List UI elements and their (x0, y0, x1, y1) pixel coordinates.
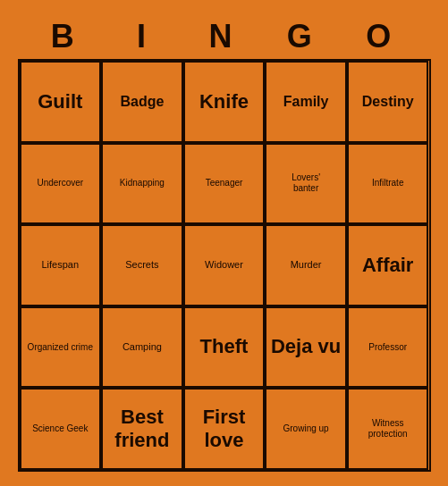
cell-17: Theft (183, 306, 266, 389)
cell-9: Infiltrate (347, 143, 429, 225)
cell-2: Knife (183, 61, 266, 143)
cell-24: Witness protection (347, 388, 429, 470)
cell-12: Widower (183, 224, 266, 306)
cell-15: Organized crime (20, 306, 102, 389)
header-i: I (109, 18, 181, 55)
cell-13: Murder (265, 224, 347, 306)
cell-22: First love (183, 388, 266, 470)
cell-0: Guilt (20, 61, 102, 143)
cell-16: Camping (101, 306, 183, 389)
cell-6: Kidnapping (101, 143, 183, 225)
header-n: N (188, 18, 259, 55)
cell-18: Deja vu (265, 306, 347, 389)
cell-21: Best friend (101, 388, 183, 470)
cell-20: Science Geek (20, 388, 102, 470)
cell-4: Destiny (347, 61, 429, 143)
cell-5: Undercover (20, 143, 102, 225)
cell-7: Teenager (183, 143, 266, 225)
cell-8: Lovers' banter (265, 143, 347, 225)
cell-23: Growing up (265, 388, 347, 470)
cell-3: Family (265, 61, 347, 143)
bingo-card: B I N G O Guilt Badge Knife Family Desti… (14, 11, 435, 475)
bingo-grid: Guilt Badge Knife Family Destiny Underco… (18, 59, 431, 472)
cell-10: Lifespan (20, 224, 102, 306)
cell-19: Professor (347, 306, 429, 389)
header-g: G (267, 18, 339, 55)
cell-1: Badge (101, 61, 183, 143)
cell-14: Affair (347, 224, 429, 306)
bingo-header: B I N G O (18, 14, 431, 59)
header-o: O (346, 18, 418, 55)
cell-11: Secrets (101, 224, 183, 306)
header-b: B (30, 18, 102, 55)
